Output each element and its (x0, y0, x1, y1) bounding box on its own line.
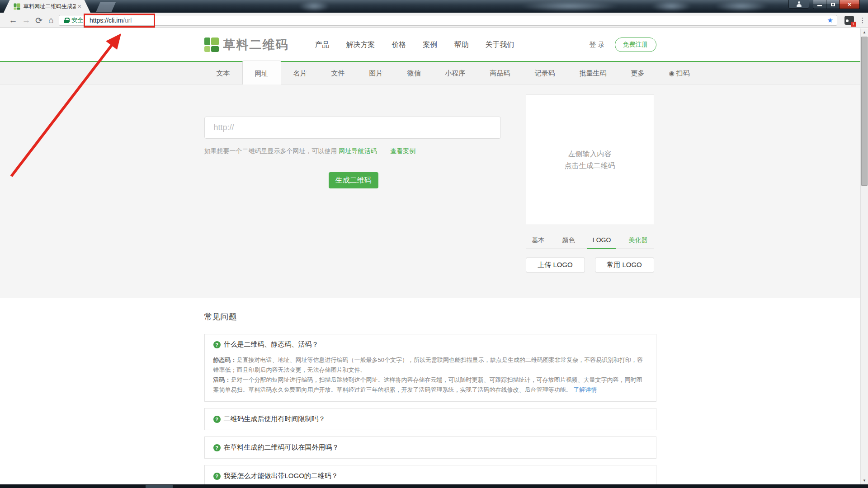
question-icon: ? (213, 341, 221, 348)
tab-close-icon[interactable]: × (78, 3, 81, 9)
question-icon: ? (213, 444, 221, 451)
view-example-link[interactable]: 查看案例 (390, 147, 415, 155)
tab-batch[interactable]: 批量生码 (567, 62, 619, 84)
bookmark-star-icon[interactable]: ★ (827, 16, 833, 24)
qr-logo-icon (204, 38, 219, 52)
nav-item-help[interactable]: 帮助 (454, 40, 469, 50)
nav-item-cases[interactable]: 案例 (423, 40, 438, 50)
aero-reflection (651, 1, 692, 12)
page-scrollbar[interactable]: ▲ ▼ (860, 28, 868, 484)
minimize-icon (817, 5, 822, 6)
faq-answer-1: 静态码：是直接对电话、地址、网址等信息进行编码（一般最多50个文字），所以无需联… (213, 355, 647, 395)
tab-product-code[interactable]: 商品码 (478, 62, 523, 84)
faq-item-4[interactable]: ? 我要怎么才能做出带LOGO的二维码？ (204, 465, 656, 484)
faq-item-1[interactable]: ? 什么是二维码、静态码、活码？ 静态码：是直接对电话、地址、网址等信息进行编码… (204, 334, 656, 402)
person-icon (796, 1, 802, 7)
register-button[interactable]: 免费注册 (615, 38, 656, 52)
faq-question-1: 什么是二维码、静态码、活码？ (224, 340, 319, 349)
login-link[interactable]: 登 录 (589, 41, 604, 49)
type-tabs-bar: 文本 网址 名片 文件 图片 微信 小程序 商品码 记录码 批量生码 更多 ◉扫… (0, 62, 860, 84)
main-nav: 产品 解决方案 价格 案例 帮助 关于我们 (315, 40, 531, 50)
close-button[interactable]: × (840, 0, 860, 9)
aero-reflection (520, 1, 619, 12)
generator-area: 如果想要一个二维码里显示多个网址，可以使用 网址导航活码 查看案例 生成二维码 … (0, 84, 860, 298)
browser-menu-icon[interactable]: ⋮ (859, 15, 866, 26)
qr-preview-box: 左侧输入内容 点击生成二维码 (526, 94, 654, 225)
style-tab-basic[interactable]: 基本 (532, 236, 545, 249)
forward-button[interactable]: → (20, 13, 33, 28)
site-logo[interactable]: 草料二维码 (204, 37, 289, 53)
preview-hint-line2: 点击生成二维码 (565, 160, 615, 172)
learn-more-link[interactable]: 了解详情 (573, 386, 597, 393)
new-tab-button[interactable] (96, 2, 116, 12)
tab-scan[interactable]: ◉扫码 (657, 62, 702, 84)
nav-livecode-link[interactable]: 网址导航活码 (339, 147, 377, 155)
tab-image[interactable]: 图片 (357, 62, 395, 84)
profile-button[interactable] (788, 0, 809, 9)
style-tab-logo[interactable]: LOGO (593, 236, 611, 249)
tab-record-code[interactable]: 记录码 (523, 62, 567, 84)
nav-item-solutions[interactable]: 解决方案 (346, 40, 375, 50)
faq-item-2[interactable]: ? 二维码生成后使用有时间限制吗？ (204, 408, 656, 430)
home-button[interactable]: ⌂ (45, 13, 57, 28)
nav-item-pricing[interactable]: 价格 (392, 40, 406, 50)
lock-icon (64, 18, 69, 23)
style-tab-beautifier[interactable]: 美化器 (628, 236, 647, 249)
term-static-code: 静态码： (213, 357, 237, 363)
faq-section: 常见问题 ? 什么是二维码、静态码、活码？ 静态码：是直接对电话、地址、网址等信… (0, 298, 860, 484)
tab-text[interactable]: 文本 (204, 62, 242, 84)
faq-title: 常见问题 (204, 311, 656, 322)
aero-reflection (298, 1, 330, 12)
taskbar-button[interactable] (146, 485, 173, 488)
tab-vcard[interactable]: 名片 (281, 62, 319, 84)
style-tabs: 基本 颜色 LOGO 美化器 (526, 236, 654, 249)
tab-title: 草料网址二维码生成器 (24, 3, 76, 10)
back-button[interactable]: ← (7, 13, 19, 28)
question-icon: ? (213, 416, 221, 423)
site-header: 草料二维码 产品 解决方案 价格 案例 帮助 关于我们 登 录 免费注册 (0, 28, 860, 61)
browser-tab[interactable]: 草料网址二维码生成器 × (4, 0, 90, 13)
tab-miniprogram[interactable]: 小程序 (433, 62, 478, 84)
qr-panel: 左侧输入内容 点击生成二维码 基本 颜色 LOGO 美化器 上传 LOGO 常用… (526, 94, 654, 272)
scroll-up-icon[interactable]: ▲ (861, 28, 868, 36)
restore-icon (831, 3, 835, 6)
faq-question-2: 二维码生成后使用有时间限制吗？ (224, 415, 326, 423)
url-input[interactable] (204, 117, 501, 139)
term-live-code: 活码： (213, 376, 231, 383)
tab-url[interactable]: 网址 (242, 61, 281, 84)
extension-icon[interactable]: 1 (844, 16, 854, 25)
nav-item-about[interactable]: 关于我们 (486, 40, 514, 50)
style-tab-color[interactable]: 颜色 (562, 236, 575, 249)
logo-text: 草料二维码 (223, 37, 289, 53)
scroll-down-icon[interactable]: ▼ (861, 477, 868, 484)
generate-qr-button[interactable]: 生成二维码 (329, 172, 378, 188)
tab-more[interactable]: 更多 (619, 62, 657, 84)
faq-question-4: 我要怎么才能做出带LOGO的二维码？ (224, 472, 338, 480)
window-controls: × (813, 0, 860, 9)
aero-reflection (714, 1, 769, 12)
faq-item-3[interactable]: ? 在草料生成的二维码可以在国外用吗？ (204, 436, 656, 459)
security-label: 安全 (71, 16, 83, 24)
site-favicon (14, 3, 20, 10)
scan-camera-icon: ◉ (669, 70, 675, 77)
faq-question-3: 在草料生成的二维码可以在国外用吗？ (224, 443, 339, 452)
restore-button[interactable] (826, 0, 840, 9)
reload-button[interactable]: ⟳ (33, 13, 45, 28)
web-page: 草料二维码 产品 解决方案 价格 案例 帮助 关于我们 登 录 免费注册 文本 … (0, 28, 860, 484)
tab-file[interactable]: 文件 (319, 62, 357, 84)
scrollbar-thumb[interactable] (861, 37, 868, 186)
question-icon: ? (213, 473, 221, 480)
tab-wechat[interactable]: 微信 (395, 62, 433, 84)
common-logo-button[interactable]: 常用 LOGO (595, 258, 654, 272)
extension-badge: 1 (851, 22, 856, 27)
annotation-highlight-box (84, 14, 155, 28)
nav-item-products[interactable]: 产品 (315, 40, 330, 50)
close-icon: × (848, 1, 851, 8)
minimize-button[interactable] (813, 0, 826, 9)
windows-taskbar (0, 484, 868, 488)
hint-text: 如果想要一个二维码里显示多个网址，可以使用 (204, 147, 337, 155)
address-bar[interactable]: 安全 https://cli.im/url ★ (59, 15, 837, 26)
upload-logo-button[interactable]: 上传 LOGO (526, 258, 585, 272)
browser-titlebar: 草料网址二维码生成器 × × (0, 0, 868, 13)
preview-hint-line1: 左侧输入内容 (568, 148, 612, 160)
